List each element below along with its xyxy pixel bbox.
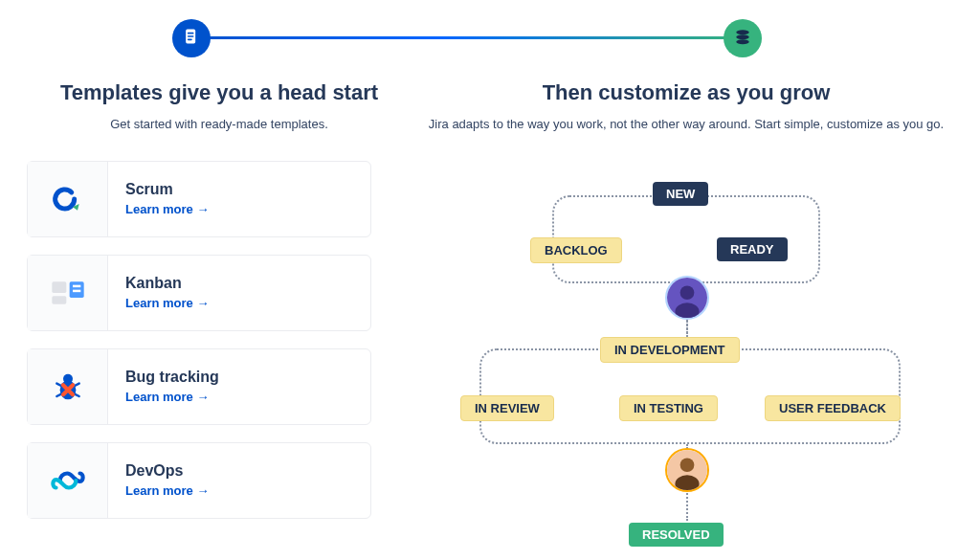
stack-icon xyxy=(733,27,752,50)
templates-sub: Get started with ready-made templates. xyxy=(27,115,412,134)
template-title: Scrum xyxy=(125,181,209,198)
svg-point-1 xyxy=(736,30,748,34)
status-new: NEW xyxy=(653,182,708,206)
status-resolved: RESOLVED xyxy=(629,523,724,547)
customize-column: Then customize as you grow Jira adapts t… xyxy=(412,71,980,560)
template-icon xyxy=(182,27,201,50)
avatar xyxy=(665,276,709,320)
svg-point-10 xyxy=(63,373,73,383)
status-review: IN REVIEW xyxy=(460,395,554,421)
svg-rect-7 xyxy=(73,284,80,287)
svg-point-15 xyxy=(680,458,695,472)
svg-rect-5 xyxy=(52,296,66,303)
svg-point-3 xyxy=(736,39,748,44)
template-card-devops[interactable]: DevOps Learn more → xyxy=(27,442,371,519)
kanban-icon xyxy=(28,256,108,330)
bug-icon xyxy=(28,349,108,424)
scrum-icon xyxy=(28,162,108,236)
template-card-bug[interactable]: Bug tracking Learn more → xyxy=(27,348,371,425)
stepper-dot-templates xyxy=(172,19,211,57)
template-title: Bug tracking xyxy=(125,369,219,386)
learn-more-link[interactable]: Learn more → xyxy=(125,390,219,404)
stepper-line xyxy=(191,36,743,39)
stepper xyxy=(0,13,980,71)
status-testing: IN TESTING xyxy=(619,395,718,421)
status-dev: IN DEVELOPMENT xyxy=(600,337,740,363)
workflow-diagram: NEW BACKLOG READY IN DEVELOPMENT IN REVI… xyxy=(428,161,945,561)
svg-rect-4 xyxy=(52,281,66,293)
learn-more-link[interactable]: Learn more → xyxy=(125,296,209,310)
svg-rect-8 xyxy=(73,289,80,292)
template-title: DevOps xyxy=(125,462,209,480)
devops-icon xyxy=(28,443,108,518)
customize-sub: Jira adapts to the way you work, not the… xyxy=(412,115,961,134)
template-card-scrum[interactable]: Scrum Learn more → xyxy=(27,161,371,237)
stepper-dot-customize xyxy=(724,19,762,57)
status-backlog: BACKLOG xyxy=(530,237,622,263)
template-card-kanban[interactable]: Kanban Learn more → xyxy=(27,255,371,331)
svg-point-2 xyxy=(736,34,748,39)
customize-heading: Then customize as you grow xyxy=(412,80,961,105)
templates-column: Templates give you a head start Get star… xyxy=(0,71,412,560)
template-title: Kanban xyxy=(125,275,209,292)
status-ready: READY xyxy=(717,237,788,261)
status-feedback: USER FEEDBACK xyxy=(765,395,901,421)
learn-more-link[interactable]: Learn more → xyxy=(125,483,209,498)
learn-more-link[interactable]: Learn more → xyxy=(125,202,209,216)
templates-heading: Templates give you a head start xyxy=(27,80,412,105)
avatar xyxy=(665,448,709,492)
svg-point-12 xyxy=(680,285,695,300)
